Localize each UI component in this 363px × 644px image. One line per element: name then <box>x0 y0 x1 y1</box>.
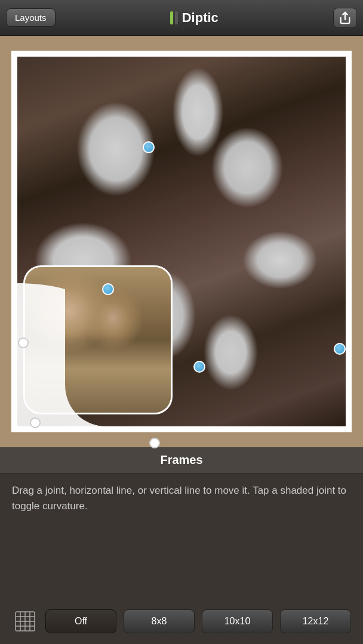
app-title: Diptic <box>182 10 219 26</box>
header: Layouts Diptic <box>0 0 363 36</box>
grid-off-button[interactable]: Off <box>45 609 116 633</box>
grid-svg <box>14 611 36 632</box>
share-button[interactable] <box>333 8 357 28</box>
grid-icon <box>12 608 38 634</box>
logo-bar-green <box>170 11 173 24</box>
children-photo-bg <box>25 267 171 413</box>
handle-dot-left-mid[interactable] <box>102 283 114 295</box>
bottom-panel: Frames Drag a joint, horizontal line, or… <box>0 447 363 644</box>
grid-controls: Off 8x8 10x10 12x12 <box>0 603 363 644</box>
app-logo: Diptic <box>170 10 219 26</box>
handle-dot-left-edge[interactable] <box>18 338 29 348</box>
instruction-area: Drag a joint, horizontal line, or vertic… <box>0 473 363 603</box>
share-icon <box>339 11 352 24</box>
handle-dot-top[interactable] <box>143 141 155 153</box>
handle-dot-right[interactable] <box>334 343 346 355</box>
canvas-frame[interactable] <box>11 51 352 432</box>
frames-title-bar: Frames <box>0 447 363 473</box>
handle-dot-bottom-left[interactable] <box>30 417 41 428</box>
small-photo[interactable] <box>23 265 173 414</box>
handle-dot-bottom-center[interactable] <box>149 438 160 448</box>
instruction-text: Drag a joint, horizontal line, or vertic… <box>12 483 351 513</box>
grid-8x8-button[interactable]: 8x8 <box>124 609 195 633</box>
handle-dot-center[interactable] <box>193 361 205 373</box>
grid-10x10-button[interactable]: 10x10 <box>202 609 273 633</box>
canvas-area <box>0 36 363 447</box>
logo-bar-dark <box>175 11 178 24</box>
grid-12x12-button[interactable]: 12x12 <box>280 609 351 633</box>
layouts-button[interactable]: Layouts <box>6 8 56 27</box>
section-title: Frames <box>160 453 202 467</box>
